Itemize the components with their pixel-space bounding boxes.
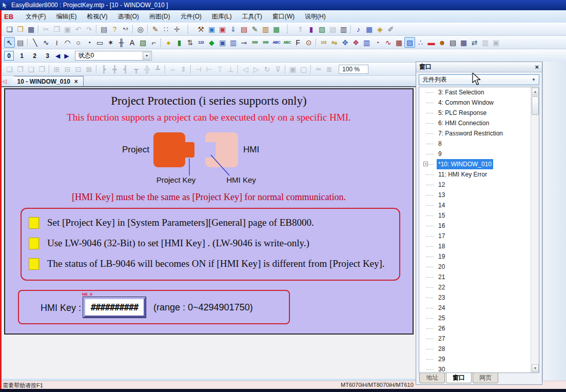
undo-icon[interactable]: ↶ bbox=[73, 24, 84, 34]
bar-graph-icon[interactable]: ▥ bbox=[361, 37, 372, 48]
flip-left-icon[interactable]: ◁ bbox=[240, 64, 251, 74]
hmi-key-input[interactable]: ########## bbox=[83, 297, 146, 318]
group-icon[interactable]: ▣ bbox=[287, 64, 298, 74]
window-list-item[interactable]: 30 bbox=[419, 364, 539, 373]
chevron-down-icon[interactable]: ▼ bbox=[530, 76, 538, 84]
align-middle-icon[interactable]: ╬ bbox=[142, 64, 152, 74]
state-button[interactable]: 1 bbox=[17, 51, 27, 61]
window-list-item[interactable]: 5: PLC Response bbox=[419, 108, 539, 118]
offline-simulation-icon[interactable]: ▣ bbox=[217, 24, 228, 34]
state-dropdown[interactable]: 状态0 ▼ bbox=[75, 51, 152, 61]
window-list-item[interactable]: 18 bbox=[419, 241, 539, 251]
window-list-item[interactable]: 23 bbox=[419, 292, 539, 303]
nudge-left-icon[interactable]: ⊣ bbox=[193, 64, 204, 74]
window-list-item[interactable]: 8 bbox=[419, 139, 539, 149]
align-right-icon[interactable]: ┫ bbox=[120, 64, 131, 74]
tab-window-010[interactable]: 10 - WINDOW_010 × bbox=[9, 76, 83, 86]
panel-bottom-tab[interactable]: 网页 bbox=[473, 373, 498, 383]
upload-icon[interactable]: ⇑ bbox=[295, 24, 306, 34]
nudge-down-icon[interactable]: ⊥ bbox=[225, 64, 236, 74]
notes-box[interactable]: Set [Project Key] in [System Parameters]… bbox=[21, 208, 400, 281]
scroll-down-icon[interactable]: ▼ bbox=[532, 364, 539, 372]
shape-library-icon[interactable]: ▮ bbox=[306, 24, 317, 34]
picture-view-icon[interactable]: ▨ bbox=[404, 37, 415, 48]
toggle-switch-icon[interactable]: ◆ bbox=[206, 37, 217, 48]
menu-item[interactable]: 画图(D) bbox=[144, 11, 175, 23]
menu-item[interactable]: 图库(L) bbox=[207, 11, 237, 23]
window-list-item[interactable]: 7: Password Restriction bbox=[419, 128, 539, 139]
same-height-icon[interactable]: ⇕ bbox=[178, 64, 189, 74]
window-list-item[interactable]: 17 bbox=[419, 231, 539, 241]
bring-forward-icon[interactable]: ❑ bbox=[26, 64, 36, 74]
menu-item[interactable]: 编辑(E) bbox=[51, 11, 82, 23]
context-help-icon[interactable]: ↖? bbox=[120, 24, 131, 34]
window-list-item[interactable]: 16 bbox=[419, 221, 539, 231]
picture-library-icon[interactable]: ▨ bbox=[317, 24, 327, 34]
window-list-item[interactable]: 25 bbox=[419, 313, 539, 323]
paste-icon[interactable]: ▣ bbox=[62, 24, 73, 34]
csv-recipe-icon[interactable]: ▥ bbox=[260, 24, 271, 34]
function-key-icon[interactable]: F bbox=[292, 37, 303, 48]
menu-item[interactable]: 工具(T) bbox=[237, 11, 267, 23]
draw-ellipse-icon[interactable]: ○ bbox=[73, 37, 84, 48]
draw-rectangle-icon[interactable]: ▭ bbox=[94, 37, 105, 48]
group-library-icon[interactable]: ▤ bbox=[327, 24, 338, 34]
screen-title-text[interactable]: Project Protection (i series supports on… bbox=[5, 94, 413, 108]
menu-item[interactable]: 文件(F) bbox=[21, 11, 51, 23]
display-grid-icon[interactable]: ∷ bbox=[161, 24, 171, 34]
go-icon[interactable]: Go bbox=[313, 64, 324, 74]
ascii-input-icon[interactable]: ABC bbox=[271, 37, 282, 48]
xy-plot-icon[interactable]: ∴ bbox=[415, 37, 426, 48]
combo-button-icon[interactable]: ▥ bbox=[228, 37, 239, 48]
select-tool-icon[interactable]: ↖ bbox=[4, 37, 15, 48]
project-label[interactable]: Project bbox=[122, 145, 149, 155]
compile-icon[interactable]: ⚒ bbox=[196, 24, 206, 34]
window-list-item[interactable]: 11: HMI Key Error bbox=[419, 169, 539, 180]
print-icon[interactable]: ▤ bbox=[99, 24, 109, 34]
history-data-table-icon[interactable]: ▦ bbox=[394, 37, 404, 48]
animation-icon[interactable]: ❖ bbox=[350, 37, 361, 48]
project-key-caption[interactable]: Project Key bbox=[153, 175, 199, 184]
nudge-right-icon[interactable]: ⊢ bbox=[204, 64, 214, 74]
same-width-icon[interactable]: ⇔ bbox=[167, 64, 178, 74]
window-list-item[interactable]: 14 bbox=[419, 200, 539, 210]
panel-bottom-tab[interactable]: 窗口 bbox=[446, 373, 472, 383]
recipe-database-icon[interactable]: ▦ bbox=[271, 24, 282, 34]
tab-scroll-left-icon[interactable]: ◁ bbox=[2, 78, 6, 85]
object-properties-icon[interactable]: ▤ bbox=[15, 37, 26, 48]
media-player-icon[interactable]: ▣ bbox=[491, 37, 501, 48]
window-list-item[interactable]: 15 bbox=[419, 210, 539, 221]
state-button[interactable]: 0 bbox=[4, 51, 14, 61]
window-list-item[interactable]: 4: Common Window bbox=[419, 97, 539, 108]
chevron-down-icon[interactable]: ▼ bbox=[143, 52, 150, 60]
macro-editor-icon[interactable]: ✎ bbox=[249, 24, 260, 34]
alarm-bar-icon[interactable]: ▬ bbox=[426, 37, 437, 48]
draw-polygon-icon[interactable]: ✶ bbox=[105, 37, 116, 48]
pin-icon[interactable]: ⊽ bbox=[272, 64, 283, 74]
align-top-icon[interactable]: ┳ bbox=[131, 64, 142, 74]
snap-to-grid-icon[interactable]: ✛ bbox=[171, 24, 182, 34]
menu-item[interactable]: 检视(V) bbox=[82, 11, 112, 23]
moving-shape-icon[interactable]: ✥ bbox=[340, 37, 350, 48]
system-parameters-icon[interactable]: ▤ bbox=[239, 24, 249, 34]
panel-bottom-tab[interactable]: 地址 bbox=[419, 373, 445, 383]
set-word-icon[interactable]: 123 bbox=[196, 37, 206, 48]
scheduler-icon[interactable]: ▦ bbox=[458, 37, 469, 48]
rotate-icon[interactable]: ↻ bbox=[262, 64, 272, 74]
string-table-icon[interactable]: ✐ bbox=[385, 24, 396, 34]
hmi-screen-window-010[interactable]: Project Protection (i series supports on… bbox=[4, 88, 414, 335]
ascii-display-icon[interactable]: ABC bbox=[282, 37, 292, 48]
window-list-item[interactable]: 26 bbox=[419, 323, 539, 334]
rule-text[interactable]: [HMI Key] must be the same as [Project K… bbox=[5, 192, 413, 203]
window-list-item[interactable]: 3: Fast Selection bbox=[419, 87, 539, 97]
next-state-button[interactable]: ▶ bbox=[64, 52, 69, 60]
align-bottom-icon[interactable]: ┻ bbox=[152, 64, 163, 74]
panel-close-icon[interactable]: × bbox=[535, 63, 539, 71]
window-list-scrollbar[interactable]: ▲ ▼ bbox=[531, 87, 539, 373]
address-tag-library-icon[interactable]: ◈ bbox=[375, 24, 385, 34]
window-list-item[interactable]: 29 bbox=[419, 354, 539, 364]
event-display-icon[interactable]: ▤ bbox=[447, 37, 458, 48]
hmi-key-caption[interactable]: HMI Key bbox=[218, 175, 264, 184]
state-button[interactable]: 3 bbox=[43, 51, 52, 61]
bring-to-front-icon[interactable]: ❏ bbox=[4, 64, 15, 74]
